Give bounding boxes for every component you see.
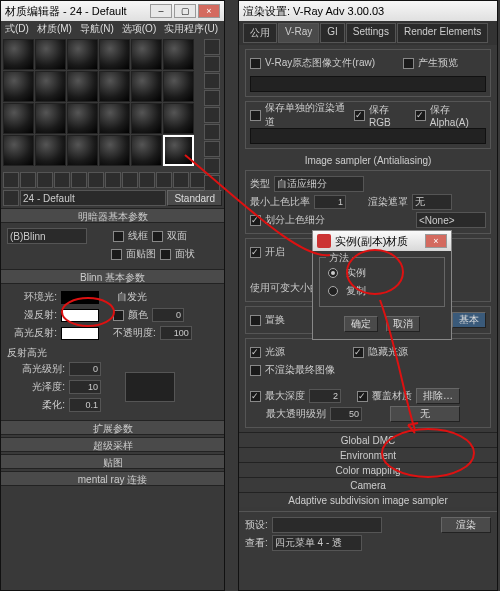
mat-slot[interactable]: [163, 103, 194, 134]
tab-common[interactable]: 公用: [243, 23, 277, 43]
show-end-icon[interactable]: [156, 172, 172, 188]
noself-checkbox[interactable]: [250, 365, 261, 376]
mat-slot-selected[interactable]: [163, 135, 194, 166]
facemap-checkbox[interactable]: [111, 249, 122, 260]
mat-slot[interactable]: [35, 71, 66, 102]
mat-slot[interactable]: [99, 103, 130, 134]
menu-util[interactable]: 实用程序(U): [164, 22, 218, 36]
environment-rollout[interactable]: Environment: [239, 447, 497, 462]
copy-icon[interactable]: [71, 172, 87, 188]
maxdepth-spinner[interactable]: 2: [309, 389, 341, 403]
render-mask-dropdown[interactable]: 无: [412, 194, 452, 210]
put-to-scene-icon[interactable]: [20, 172, 36, 188]
exclude-button[interactable]: 排除…: [416, 388, 460, 404]
mat-slot[interactable]: [3, 39, 34, 70]
cancel-button[interactable]: 取消: [386, 316, 420, 332]
mat-slot[interactable]: [131, 135, 162, 166]
blinn-params-header[interactable]: Blinn 基本参数: [1, 269, 224, 284]
wireframe-checkbox[interactable]: [113, 231, 124, 242]
tab-gi[interactable]: GI: [320, 23, 345, 43]
mat-slot[interactable]: [3, 135, 34, 166]
specular-swatch[interactable]: [61, 327, 99, 340]
mat-slot[interactable]: [131, 103, 162, 134]
backlight-icon[interactable]: [204, 56, 220, 72]
on-checkbox[interactable]: [250, 247, 261, 258]
gloss-spinner[interactable]: 10: [69, 380, 101, 394]
mat-slot[interactable]: [131, 71, 162, 102]
div-checkbox[interactable]: [250, 215, 261, 226]
two-sided-checkbox[interactable]: [152, 231, 163, 242]
mat-slot[interactable]: [99, 135, 130, 166]
soften-spinner[interactable]: 0.1: [69, 398, 101, 412]
get-material-icon[interactable]: [3, 172, 19, 188]
reset-icon[interactable]: [54, 172, 70, 188]
mat-slot[interactable]: [35, 135, 66, 166]
raw-checkbox[interactable]: [250, 58, 261, 69]
preview-icon[interactable]: [204, 124, 220, 140]
mat-slot[interactable]: [35, 103, 66, 134]
override-mat-slot[interactable]: 无: [390, 406, 460, 422]
ambient-swatch[interactable]: [61, 291, 99, 304]
go-parent-icon[interactable]: [173, 172, 189, 188]
select-by-mat-icon[interactable]: [204, 158, 220, 174]
mat-effects-icon[interactable]: [122, 172, 138, 188]
assign-icon[interactable]: [37, 172, 53, 188]
diffuse-swatch[interactable]: [61, 309, 99, 322]
hidden-checkbox[interactable]: [353, 347, 364, 358]
mat-slot[interactable]: [67, 39, 98, 70]
ok-button[interactable]: 确定: [344, 316, 378, 332]
opacity-spinner[interactable]: 100: [160, 326, 192, 340]
tab-settings[interactable]: Settings: [346, 23, 396, 43]
extended-params-header[interactable]: 扩展参数: [1, 420, 224, 435]
menu-material[interactable]: 材质(M): [37, 22, 72, 36]
save-rgb-checkbox[interactable]: [354, 110, 365, 121]
mat-id-icon[interactable]: [204, 175, 220, 191]
show-map-icon[interactable]: [139, 172, 155, 188]
mat-slot[interactable]: [163, 71, 194, 102]
mat-slot[interactable]: [3, 103, 34, 134]
save-sep-checkbox[interactable]: [250, 110, 261, 121]
copy-radio[interactable]: [328, 286, 338, 296]
close-button[interactable]: ×: [198, 4, 220, 18]
colormapping-rollout[interactable]: Color mapping: [239, 462, 497, 477]
background-icon[interactable]: [204, 73, 220, 89]
menu-mode[interactable]: 式(D): [5, 22, 29, 36]
menu-options[interactable]: 选项(O): [122, 22, 156, 36]
preset-dropdown[interactable]: [272, 517, 382, 533]
shader-dropdown[interactable]: (B)Blinn: [7, 228, 87, 244]
camera-rollout[interactable]: Camera: [239, 477, 497, 492]
override-mat-checkbox[interactable]: [357, 391, 368, 402]
raw-path-input[interactable]: [250, 76, 486, 92]
replace-checkbox[interactable]: [250, 315, 261, 326]
render-button[interactable]: 渲染: [441, 517, 491, 533]
maps-header[interactable]: 贴图: [1, 454, 224, 469]
uv-tile-icon[interactable]: [204, 90, 220, 106]
preview-checkbox[interactable]: [403, 58, 414, 69]
mat-slot[interactable]: [131, 39, 162, 70]
mat-slot[interactable]: [99, 71, 130, 102]
instance-radio[interactable]: [328, 268, 338, 278]
sampler-type-dropdown[interactable]: 自适应细分: [274, 176, 364, 192]
mat-slot[interactable]: [3, 71, 34, 102]
spec-level-spinner[interactable]: 0: [69, 362, 101, 376]
maxtransp-spinner[interactable]: 50: [330, 407, 362, 421]
mat-slot[interactable]: [67, 135, 98, 166]
replace-basic-button[interactable]: 基本: [452, 312, 486, 328]
options-icon[interactable]: [204, 141, 220, 157]
mat-slot[interactable]: [67, 103, 98, 134]
none-dropdown[interactable]: <None>: [416, 212, 486, 228]
video-check-icon[interactable]: [204, 107, 220, 123]
make-unique-icon[interactable]: [88, 172, 104, 188]
mentalray-header[interactable]: mental ray 连接: [1, 471, 224, 486]
minrate-spinner[interactable]: 1: [314, 195, 346, 209]
channel-path-input[interactable]: [250, 128, 486, 144]
mat-slot[interactable]: [35, 39, 66, 70]
maximize-button[interactable]: ▢: [174, 4, 196, 18]
shader-params-header[interactable]: 明暗器基本参数: [1, 208, 224, 223]
sample-type-icon[interactable]: [204, 39, 220, 55]
supersampling-header[interactable]: 超级采样: [1, 437, 224, 452]
material-type-button[interactable]: Standard: [167, 190, 222, 206]
dialog-close-button[interactable]: ×: [425, 234, 447, 248]
adaptive-rollout[interactable]: Adaptive subdivision image sampler: [239, 492, 497, 507]
menu-nav[interactable]: 导航(N): [80, 22, 114, 36]
